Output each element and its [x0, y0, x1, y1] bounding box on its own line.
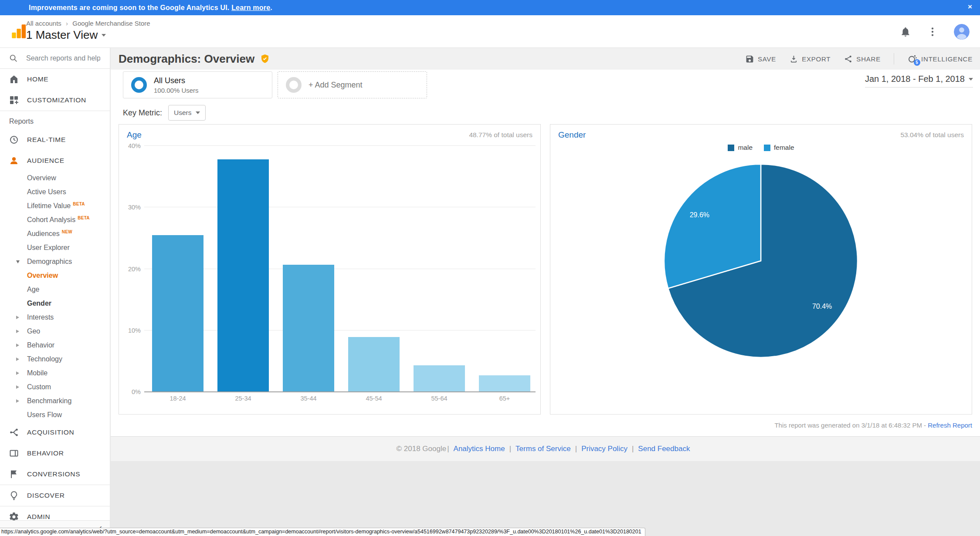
share-button[interactable]: SHARE [844, 54, 881, 64]
more-options-kebab-icon[interactable] [927, 26, 938, 37]
sidebar-item-demographics[interactable]: Demographics [0, 255, 110, 269]
sidebar-search[interactable] [0, 48, 110, 69]
search-input[interactable] [26, 54, 100, 62]
sidebar-item-demographics-gender[interactable]: Gender [0, 297, 110, 310]
sidebar-item-users-flow[interactable]: Users Flow [0, 408, 110, 422]
add-segment-button[interactable]: + Add Segment [278, 71, 427, 98]
sidebar-item-acquisition[interactable]: ACQUISITION [0, 422, 110, 443]
breadcrumb-all-accounts[interactable]: All accounts [26, 20, 61, 27]
technology-expander-right-icon[interactable] [16, 357, 19, 361]
sidebar-item-user-explorer[interactable]: User Explorer [0, 241, 110, 255]
sidebar-item-discover[interactable]: DISCOVER [0, 485, 110, 506]
sidebar-item-customization[interactable]: CUSTOMIZATION [0, 90, 110, 111]
key-metric-label: Key Metric: [123, 108, 162, 118]
sidebar-item-audiences[interactable]: AudiencesNEW [0, 227, 110, 241]
behavior-expander-right-icon[interactable] [16, 344, 19, 347]
age-bar-55-64[interactable] [414, 365, 465, 392]
intelligence-button[interactable]: 5 INTELLIGENCE [907, 54, 973, 64]
notifications-bell-icon[interactable] [900, 26, 911, 37]
sidebar-item-custom[interactable]: Custom [0, 380, 110, 394]
mobile-expander-right-icon[interactable] [16, 371, 19, 375]
footer-link-terms-of-service[interactable]: Terms of Service [515, 445, 571, 453]
audiences-badge: NEW [62, 229, 72, 234]
segment-all-users[interactable]: All Users 100.00% Users [123, 71, 272, 98]
status-bar-url: https://analytics.google.com/analytics/w… [1, 529, 641, 535]
sidebar-item-label: Lifetime Value [27, 202, 71, 210]
age-gridline [144, 145, 536, 146]
reports-section-label: Reports [0, 111, 110, 129]
age-report-link[interactable]: Age [127, 130, 142, 140]
share-label: SHARE [856, 55, 881, 63]
sidebar-item-label: Gender [27, 300, 51, 307]
key-metric-dropdown[interactable]: Users [168, 105, 205, 121]
banner-close-icon[interactable]: × [968, 3, 972, 11]
sidebar-item-cohort-analysis[interactable]: Cohort AnalysisBETA [0, 213, 110, 227]
export-button[interactable]: EXPORT [789, 54, 831, 64]
sidebar-item-active-users[interactable]: Active Users [0, 185, 110, 199]
age-bar-45-54[interactable] [348, 337, 400, 392]
date-range-picker[interactable]: Jan 1, 2018 - Feb 1, 2018 [865, 74, 973, 88]
sidebar-item-label: Custom [27, 383, 51, 391]
breadcrumb-account[interactable]: Google Merchandise Store [72, 20, 150, 27]
date-range-value: Jan 1, 2018 - Feb 1, 2018 [865, 74, 965, 84]
sidebar-item-benchmarking[interactable]: Benchmarking [0, 394, 110, 408]
sidebar-item-real-time[interactable]: REAL-TIME [0, 129, 110, 150]
demographics-expander-down-icon[interactable] [16, 260, 20, 263]
lightbulb-icon [9, 490, 19, 501]
breadcrumb: All accounts › Google Merchandise Store [26, 20, 150, 27]
acquisition-icon [9, 427, 19, 438]
view-selector[interactable]: 1 Master View [26, 28, 150, 42]
interests-expander-right-icon[interactable] [16, 316, 19, 319]
age-ytick-40: 40% [123, 142, 141, 149]
custom-expander-right-icon[interactable] [16, 385, 19, 389]
save-label: SAVE [758, 55, 776, 63]
age-ytick-20: 20% [123, 266, 141, 273]
sidebar-item-audience[interactable]: AUDIENCE [0, 150, 110, 171]
report-actions: SAVE EXPORT SHARE [745, 48, 973, 70]
footer-link-send-feedback[interactable]: Send Feedback [638, 445, 690, 453]
customization-icon [9, 95, 19, 105]
sidebar-item-mobile[interactable]: Mobile [0, 366, 110, 380]
age-xlabel-55-64: 55-64 [414, 395, 465, 402]
sidebar-item-technology[interactable]: Technology [0, 352, 110, 366]
age-percent-of-users: 48.77% of total users [469, 131, 532, 139]
person-icon [9, 155, 19, 166]
footer-link-analytics-home[interactable]: Analytics Home [454, 445, 505, 453]
lifetime-value-badge: BETA [73, 202, 85, 206]
sidebar-item-audience-overview[interactable]: Overview [0, 171, 110, 185]
sidebar-item-geo[interactable]: Geo [0, 324, 110, 338]
sidebar-item-label: HOME [27, 75, 48, 83]
save-button[interactable]: SAVE [745, 54, 776, 64]
age-bar-35-44[interactable] [283, 265, 334, 392]
sidebar-item-lifetime-value[interactable]: Lifetime ValueBETA [0, 199, 110, 213]
report-panel: All Users 100.00% Users + Add Segment Ja… [111, 70, 980, 437]
geo-expander-right-icon[interactable] [16, 330, 19, 333]
footer-separator: | [509, 445, 511, 453]
key-metric-row: Key Metric: Users [123, 104, 206, 122]
footer-link-privacy-policy[interactable]: Privacy Policy [581, 445, 627, 453]
export-label: EXPORT [802, 55, 831, 63]
flag-icon [9, 469, 19, 479]
age-bar-65+[interactable] [479, 375, 530, 392]
sidebar-item-behavior[interactable]: Behavior [0, 338, 110, 352]
sidebar-item-interests[interactable]: Interests [0, 310, 110, 324]
sidebar-item-behavior-section[interactable]: BEHAVIOR [0, 443, 110, 464]
refresh-report-link[interactable]: Refresh Report [928, 421, 972, 429]
sidebar-item-label: Demographics [27, 258, 72, 266]
sidebar-item-demographics-age[interactable]: Age [0, 283, 110, 297]
segment-title: All Users [154, 76, 199, 85]
age-bar-18-24[interactable] [152, 235, 203, 392]
sidebar: HOMECUSTOMIZATION Reports REAL-TIMEAUDIE… [0, 48, 110, 536]
clock-icon [9, 135, 19, 145]
banner-period: . [270, 4, 272, 11]
sidebar-item-label: Benchmarking [27, 397, 71, 405]
user-avatar[interactable] [954, 24, 970, 40]
sidebar-item-conversions[interactable]: CONVERSIONS [0, 464, 110, 485]
benchmarking-expander-right-icon[interactable] [16, 399, 19, 403]
date-range-caret-icon [969, 78, 973, 81]
age-axis-baseline [144, 391, 536, 392]
banner-learn-more-link[interactable]: Learn more [231, 4, 270, 11]
sidebar-item-home[interactable]: HOME [0, 69, 110, 90]
sidebar-item-demographics-overview[interactable]: Overview [0, 269, 110, 283]
age-bar-25-34[interactable] [217, 159, 269, 392]
